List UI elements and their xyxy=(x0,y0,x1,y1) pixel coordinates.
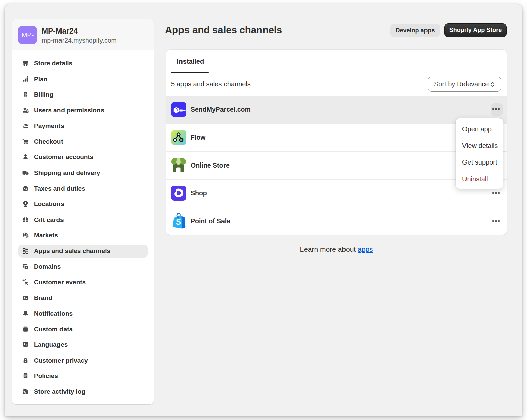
svg-text:x: x xyxy=(26,343,27,346)
svg-text:A: A xyxy=(23,343,26,346)
svg-text:$: $ xyxy=(24,92,26,96)
svg-text:$: $ xyxy=(26,235,28,238)
